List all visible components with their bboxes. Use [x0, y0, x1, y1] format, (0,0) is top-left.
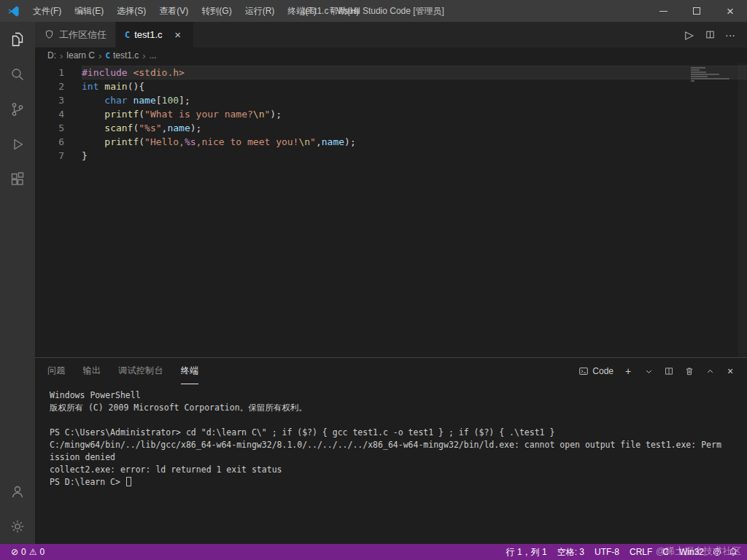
status-right: 行 1，列 1空格: 3UTF-8CRLFCWin32: [501, 544, 747, 560]
editor-column: 工作区信任 C test1.c × ▷ ···: [35, 22, 747, 544]
breadcrumb-item[interactable]: ...: [150, 50, 157, 61]
code-line[interactable]: 7}: [35, 149, 747, 163]
problems-status[interactable]: ⊘ 0 ⚠ 0: [6, 544, 50, 560]
more-actions-icon[interactable]: ···: [721, 26, 740, 44]
tab-bar: 工作区信任 C test1.c × ▷ ···: [35, 22, 747, 47]
warning-icon: ⚠: [29, 547, 37, 557]
minimap-line: [691, 74, 719, 75]
source-control-icon[interactable]: [0, 92, 35, 127]
explorer-icon[interactable]: [0, 22, 35, 57]
code-line[interactable]: 2int main(){: [35, 79, 747, 93]
line-number: 2: [35, 79, 64, 93]
c-file-icon: C: [125, 30, 130, 40]
minimap-line: [691, 76, 708, 77]
menu-item[interactable]: 帮助(H): [323, 0, 366, 22]
vscode-window: 文件(F)编辑(E)选择(S)查看(V)转到(G)运行(R)终端(T)帮助(H)…: [0, 0, 747, 560]
close-window-icon[interactable]: ×: [713, 0, 747, 22]
kill-terminal-trash-icon[interactable]: [680, 362, 699, 381]
terminal-line: ission denied: [50, 451, 740, 464]
code-line[interactable]: 5 scanf("%s",name);: [35, 121, 747, 135]
menu-item[interactable]: 查看(V): [152, 0, 195, 22]
panel-tab[interactable]: 终端: [181, 358, 199, 384]
activity-bar: [0, 22, 35, 544]
menu-bar: 文件(F)编辑(E)选择(S)查看(V)转到(G)运行(R)终端(T)帮助(H): [26, 0, 365, 22]
error-icon: ⊘: [11, 547, 18, 557]
shield-icon: [44, 29, 55, 40]
breadcrumb-item[interactable]: Ctest1.c: [105, 50, 139, 61]
title-bar: 文件(F)编辑(E)选择(S)查看(V)转到(G)运行(R)终端(T)帮助(H)…: [0, 0, 747, 22]
run-file-icon[interactable]: ▷: [680, 26, 699, 44]
line-number: 7: [35, 149, 64, 163]
menu-item[interactable]: 终端(T): [281, 0, 322, 22]
extensions-icon[interactable]: [0, 162, 35, 197]
close-panel-icon[interactable]: ×: [721, 362, 740, 381]
menu-item[interactable]: 选择(S): [110, 0, 152, 22]
panel-tab[interactable]: 输出: [83, 358, 101, 384]
code-area: 1#include <stdio.h>2int main(){3 char na…: [35, 66, 747, 163]
minimap-line: [691, 80, 694, 82]
settings-gear-icon[interactable]: [0, 509, 35, 544]
code-editor[interactable]: 1#include <stdio.h>2int main(){3 char na…: [35, 63, 747, 357]
terminal-line: PS D:\learn C>: [50, 476, 740, 489]
status-item[interactable]: 空格: 3: [552, 544, 589, 560]
line-number: 3: [35, 93, 64, 107]
tab-label: 工作区信任: [59, 28, 107, 42]
menu-item[interactable]: 文件(F): [26, 0, 68, 22]
close-tab-icon[interactable]: ×: [171, 28, 185, 42]
terminal-cursor: [126, 477, 131, 486]
panel-header: 问题输出调试控制台终端 Code +: [35, 358, 747, 384]
code-line[interactable]: 1#include <stdio.h>: [35, 66, 747, 79]
status-item[interactable]: CRLF: [624, 544, 657, 560]
split-terminal-icon[interactable]: [659, 362, 678, 381]
status-item[interactable]: C: [657, 544, 674, 560]
code-line[interactable]: 6 printf("Hello,%s,nice to meet you!\n",…: [35, 135, 747, 149]
terminal-line: PS C:\Users\Administrator> cd "d:\learn …: [50, 427, 740, 439]
tab-test1-c[interactable]: C test1.c ×: [116, 22, 194, 47]
status-item[interactable]: 行 1，列 1: [501, 544, 552, 560]
main-area: 工作区信任 C test1.c × ▷ ···: [0, 22, 747, 544]
terminal-line: collect2.exe: error: ld returned 1 exit …: [50, 464, 740, 476]
terminal-line: [50, 414, 740, 427]
panel-tab[interactable]: 调试控制台: [118, 358, 163, 384]
status-right-items: 行 1，列 1空格: 3UTF-8CRLFCWin32: [501, 544, 709, 560]
panel-actions: Code +: [575, 362, 740, 381]
chevron-down-icon[interactable]: [639, 362, 658, 381]
breadcrumb-separator-icon: ›: [60, 50, 63, 61]
line-number: 5: [35, 121, 64, 135]
line-number: 4: [35, 107, 64, 121]
terminal-content[interactable]: Windows PowerShell版权所有 (C) 2009 Microsof…: [35, 384, 747, 544]
code-line[interactable]: 3 char name[100];: [35, 93, 747, 107]
minimap-line: [691, 71, 706, 73]
code-line[interactable]: 4 printf("What is your name?\n");: [35, 107, 747, 121]
menu-item[interactable]: 运行(R): [239, 0, 282, 22]
breadcrumb-item[interactable]: learn C: [66, 50, 95, 61]
run-and-debug-icon[interactable]: [0, 127, 35, 162]
editor-scrollbar[interactable]: [738, 63, 747, 357]
menu-item[interactable]: 转到(G): [195, 0, 238, 22]
accounts-icon[interactable]: [0, 474, 35, 509]
minimap[interactable]: [689, 67, 735, 82]
status-item[interactable]: UTF-8: [589, 544, 624, 560]
terminal-icon: [578, 366, 589, 376]
line-number: 1: [35, 66, 64, 79]
tab-workspace-trust[interactable]: 工作区信任: [35, 22, 116, 47]
breadcrumb-item[interactable]: D:: [47, 50, 56, 61]
minimize-icon[interactable]: [646, 0, 680, 22]
tab-label: test1.c: [134, 29, 162, 40]
status-bar: ⊘ 0 ⚠ 0 行 1，列 1空格: 3UTF-8CRLFCWin32: [0, 544, 747, 560]
maximize-icon[interactable]: [680, 0, 713, 22]
search-icon[interactable]: [0, 57, 35, 92]
status-item[interactable]: Win32: [674, 544, 709, 560]
breadcrumb-separator-icon: ›: [142, 50, 145, 61]
minimap-line: [691, 69, 700, 71]
terminal-profile-button[interactable]: Code: [575, 366, 617, 376]
panel-tab[interactable]: 问题: [47, 358, 66, 384]
vscode-logo-icon[interactable]: [0, 0, 26, 22]
split-editor-icon[interactable]: [700, 26, 719, 44]
bottom-panel: 问题输出调试控制台终端 Code +: [35, 357, 747, 544]
new-terminal-icon[interactable]: +: [619, 362, 638, 381]
menu-item[interactable]: 编辑(E): [68, 0, 110, 22]
feedback-smiley-icon[interactable]: [709, 544, 725, 560]
maximize-panel-chevron-up-icon[interactable]: [700, 362, 719, 381]
notifications-bell-icon[interactable]: [725, 544, 741, 560]
